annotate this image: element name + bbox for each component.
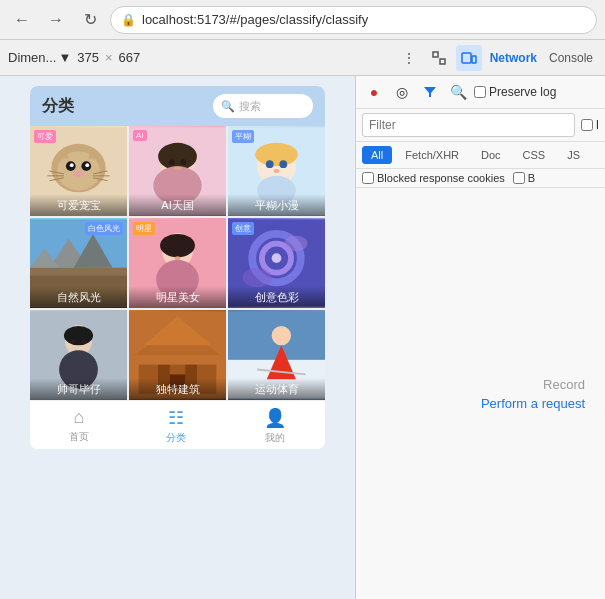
- type-filter-doc[interactable]: Doc: [472, 146, 510, 164]
- svg-point-56: [70, 339, 75, 344]
- dimension-preset-dropdown[interactable]: Dimen... ▼: [8, 50, 71, 65]
- network-filter-input[interactable]: [362, 113, 575, 137]
- dimension-bar: Dimen... ▼ 375 × 667 ⋮ Network Console: [0, 40, 605, 76]
- profile-icon: 👤: [264, 407, 286, 429]
- nav-label-classify: 分类: [166, 431, 186, 445]
- list-item[interactable]: 独特建筑: [129, 310, 226, 400]
- svg-rect-1: [440, 59, 445, 64]
- svg-point-11: [74, 171, 84, 177]
- svg-point-55: [64, 326, 93, 345]
- search-icon: 🔍: [221, 100, 235, 113]
- blocked-b-label[interactable]: B: [513, 172, 535, 184]
- search-box[interactable]: 🔍 搜索: [213, 94, 313, 118]
- address-bar-row: ← → ↻ 🔒 localhost:5173/#/pages/classify/…: [0, 0, 605, 40]
- item-badge: 可爱: [34, 130, 56, 143]
- svg-point-51: [243, 268, 272, 287]
- dimension-height: 667: [119, 50, 141, 65]
- preserve-log-checkbox[interactable]: [474, 86, 486, 98]
- reload-button[interactable]: ↻: [76, 6, 104, 34]
- svg-point-24: [169, 159, 175, 165]
- blocked-cookies-checkbox[interactable]: [362, 172, 374, 184]
- nav-label-home: 首页: [69, 430, 89, 444]
- blocked-b-checkbox[interactable]: [513, 172, 525, 184]
- devtools-responsive-mode[interactable]: [456, 45, 482, 71]
- type-filter-css[interactable]: CSS: [514, 146, 555, 164]
- devtools-toolbar: ● ◎ 🔍 Preserve log: [356, 76, 605, 109]
- grid-item-label: 运动体育: [228, 378, 325, 400]
- main-area: 分类 🔍 搜索: [0, 76, 605, 599]
- blocked-b-text: B: [528, 172, 535, 184]
- mobile-view: 分类 🔍 搜索: [0, 76, 355, 599]
- list-item[interactable]: 创意 创意色彩: [228, 218, 325, 308]
- search-button[interactable]: 🔍: [446, 80, 470, 104]
- nav-item-home[interactable]: ⌂ 首页: [69, 407, 89, 445]
- network-tab-button[interactable]: Network: [486, 45, 541, 71]
- dimension-width: 375: [77, 50, 99, 65]
- console-tab-button[interactable]: Console: [545, 45, 597, 71]
- grid-item-label: 平糊小漫: [228, 194, 325, 216]
- svg-point-43: [169, 248, 175, 254]
- classify-icon: ☷: [168, 407, 184, 429]
- more-options-button[interactable]: ⋮: [396, 45, 422, 71]
- svg-point-44: [180, 248, 186, 254]
- svg-point-29: [255, 143, 298, 166]
- svg-point-22: [158, 143, 197, 170]
- url-text: localhost:5173/#/pages/classify/classify: [142, 12, 368, 27]
- svg-point-32: [274, 169, 280, 173]
- network-tab-label: Network: [490, 51, 537, 65]
- grid-item-label: 明星美女: [129, 286, 226, 308]
- blocked-cookies-text: Blocked response cookies: [377, 172, 505, 184]
- item-badge: 明星: [133, 222, 155, 235]
- grid-item-label: 创意色彩: [228, 286, 325, 308]
- filter-row: I: [356, 109, 605, 142]
- grid-item-label: 可爱宠宝: [30, 194, 127, 216]
- list-item[interactable]: AI AI天国: [129, 126, 226, 216]
- list-item[interactable]: 帅哥毕仔: [30, 310, 127, 400]
- invert-label: I: [596, 118, 599, 132]
- invert-checkbox-label[interactable]: I: [581, 118, 599, 132]
- back-button[interactable]: ←: [8, 6, 36, 34]
- svg-point-42: [160, 234, 195, 257]
- empty-record-text: Record: [543, 377, 585, 392]
- list-item[interactable]: 白色风光 自然风光: [30, 218, 127, 308]
- list-item[interactable]: 可爱 可爱宠宝: [30, 126, 127, 216]
- clear-button[interactable]: ◎: [390, 80, 414, 104]
- forward-button[interactable]: →: [42, 6, 70, 34]
- empty-state: Record Perform a request: [356, 188, 605, 599]
- svg-point-45: [175, 256, 181, 260]
- type-filters: All Fetch/XHR Doc CSS JS: [356, 142, 605, 169]
- nav-item-profile[interactable]: 👤 我的: [264, 407, 286, 445]
- record-button[interactable]: ●: [362, 80, 386, 104]
- type-filter-js[interactable]: JS: [558, 146, 589, 164]
- type-filter-fetch[interactable]: Fetch/XHR: [396, 146, 468, 164]
- item-badge: 白色风光: [85, 222, 123, 235]
- svg-point-57: [82, 339, 87, 344]
- list-item[interactable]: 平糊 平糊小漫: [228, 126, 325, 216]
- grid-item-label: 自然风光: [30, 286, 127, 308]
- preserve-log-checkbox-label[interactable]: Preserve log: [474, 85, 556, 99]
- svg-point-50: [272, 253, 282, 263]
- preserve-log-label: Preserve log: [489, 85, 556, 99]
- grid-item-label: 独特建筑: [129, 378, 226, 400]
- svg-marker-71: [424, 87, 436, 97]
- address-bar[interactable]: 🔒 localhost:5173/#/pages/classify/classi…: [110, 6, 597, 34]
- svg-rect-0: [433, 52, 438, 57]
- svg-point-9: [70, 163, 74, 167]
- svg-point-10: [85, 163, 89, 167]
- item-badge: 平糊: [232, 130, 254, 143]
- nav-label-profile: 我的: [265, 431, 285, 445]
- app-title: 分类: [42, 96, 74, 117]
- home-icon: ⌂: [73, 407, 84, 428]
- blocked-cookies-label[interactable]: Blocked response cookies: [362, 172, 505, 184]
- nav-item-classify[interactable]: ☷ 分类: [166, 407, 186, 445]
- list-item[interactable]: 明星 明星美女: [129, 218, 226, 308]
- type-filter-all[interactable]: All: [362, 146, 392, 164]
- filter-button[interactable]: [418, 80, 442, 104]
- list-item[interactable]: 运动体育: [228, 310, 325, 400]
- devtools-element-picker[interactable]: [426, 45, 452, 71]
- empty-perform-text: Perform a request: [481, 396, 585, 411]
- svg-point-30: [266, 160, 274, 168]
- dimension-separator: ×: [105, 50, 113, 65]
- dimension-preset-label: Dimen...: [8, 50, 56, 65]
- invert-checkbox[interactable]: [581, 119, 593, 131]
